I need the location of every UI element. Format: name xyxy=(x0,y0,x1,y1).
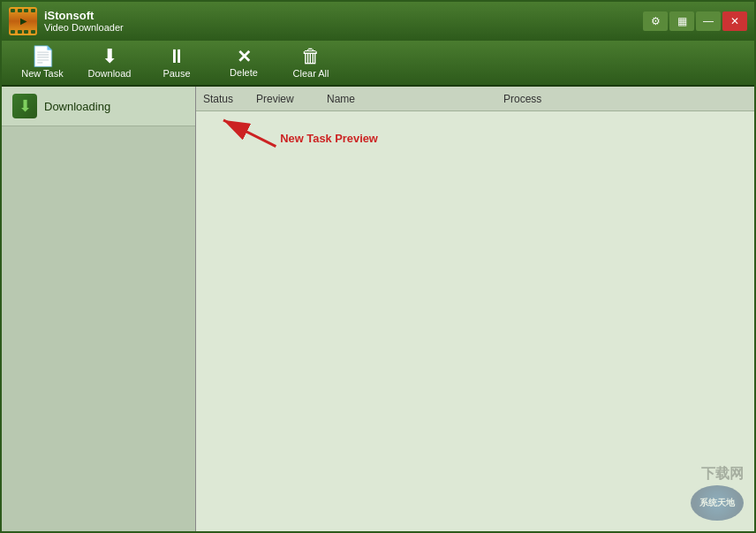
clear-all-label: Clear All xyxy=(293,68,329,79)
download-icon: ⬇ xyxy=(102,47,117,66)
col-process-header: Process xyxy=(503,93,609,105)
grid-button[interactable]: ▦ xyxy=(669,11,694,31)
pause-label: Pause xyxy=(163,68,190,79)
sidebar: ⬇ Downloading xyxy=(2,87,196,531)
app-subtitle: Video Downloader xyxy=(44,22,124,34)
annotation-arrow: New Task Preview xyxy=(196,111,754,531)
watermark-logo: 系统天地 xyxy=(691,485,744,521)
app-title: iStonsoft Video Downloader xyxy=(44,9,124,34)
main-window: ▶ iStonsoft Video Downloader ⚙ ▦ — ✕ xyxy=(0,0,756,533)
svg-line-1 xyxy=(223,120,276,147)
svg-text:New Task Preview: New Task Preview xyxy=(280,132,379,145)
minimize-button[interactable]: — xyxy=(696,11,721,31)
settings-button[interactable]: ⚙ xyxy=(643,11,668,31)
main-content: New Task Preview 下载网 系统天地 xyxy=(196,111,754,531)
pause-icon: ⏸ xyxy=(167,47,186,66)
new-task-icon: 📄 xyxy=(31,47,55,66)
main-panel: Status Preview Name Process New Task Pre… xyxy=(196,87,754,531)
toolbar: 📄 New Task ⬇ Download ⏸ Pause ✕ Delete 🗑… xyxy=(2,41,754,87)
clear-all-icon: 🗑 xyxy=(301,47,321,66)
pause-button[interactable]: ⏸ Pause xyxy=(145,42,208,83)
new-task-button[interactable]: 📄 New Task xyxy=(11,42,74,83)
col-status-header: Status xyxy=(203,93,256,105)
new-task-label: New Task xyxy=(21,68,63,79)
watermark-text: 下载网 xyxy=(701,465,744,484)
watermark: 下载网 系统天地 xyxy=(691,465,744,521)
column-headers: Status Preview Name Process xyxy=(196,87,754,111)
downloading-icon: ⬇ xyxy=(12,94,37,118)
titlebar-controls: ⚙ ▦ — ✕ xyxy=(643,11,747,31)
delete-icon: ✕ xyxy=(237,48,252,65)
app-logo: ▶ xyxy=(9,7,37,35)
download-label: Download xyxy=(88,68,132,79)
titlebar-left: ▶ iStonsoft Video Downloader xyxy=(9,7,124,35)
sidebar-item-downloading[interactable]: ⬇ Downloading xyxy=(2,87,195,126)
titlebar: ▶ iStonsoft Video Downloader ⚙ ▦ — ✕ xyxy=(2,2,754,41)
app-name: iStonsoft xyxy=(44,9,124,23)
content-area: ⬇ Downloading Status Preview Name Proces… xyxy=(2,87,754,531)
col-name-header: Name xyxy=(327,93,503,105)
download-button[interactable]: ⬇ Download xyxy=(78,42,141,83)
clear-all-button[interactable]: 🗑 Clear All xyxy=(279,42,343,83)
delete-label: Delete xyxy=(230,67,258,78)
col-preview-header: Preview xyxy=(256,93,327,105)
close-button[interactable]: ✕ xyxy=(722,11,747,31)
sidebar-item-label: Downloading xyxy=(44,100,110,113)
delete-button[interactable]: ✕ Delete xyxy=(212,42,276,83)
